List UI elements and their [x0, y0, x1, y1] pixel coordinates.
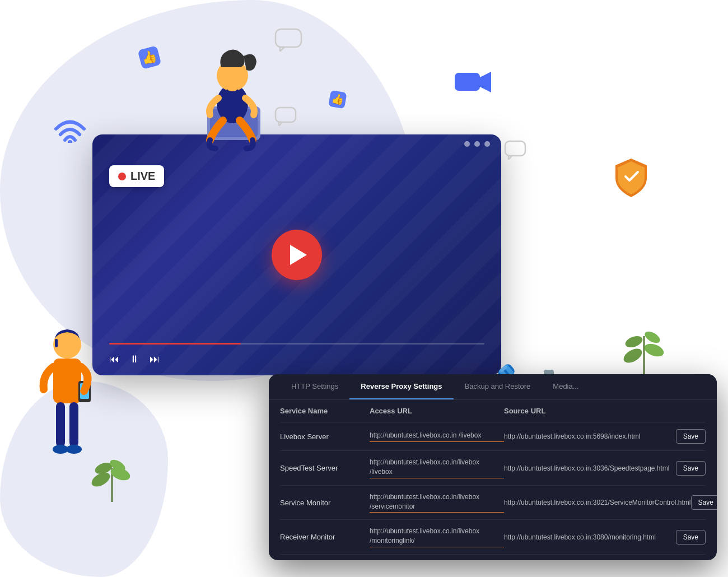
- play-button[interactable]: [272, 230, 322, 280]
- settings-tabs: HTTP Settings Reverse Proxy Settings Bac…: [269, 374, 717, 400]
- svg-marker-6: [279, 122, 282, 126]
- tab-http-settings[interactable]: HTTP Settings: [280, 374, 349, 399]
- tab-media[interactable]: Media...: [542, 374, 590, 399]
- service-name-livebox: Livebox Server: [280, 432, 370, 441]
- save-button-speedtest[interactable]: Save: [676, 461, 706, 476]
- table-row: Livebox Server http://ubuntutest.livebox…: [280, 422, 706, 451]
- plant-decoration-right: [622, 314, 666, 383]
- service-name-receiver: Receiver Monitor: [280, 533, 370, 541]
- table-row: Service Monitor http://ubuntutest.livebo…: [280, 486, 706, 520]
- svg-rect-5: [276, 108, 296, 122]
- save-button-monitor[interactable]: Save: [691, 495, 717, 510]
- svg-marker-8: [508, 156, 512, 160]
- svg-point-35: [66, 445, 82, 454]
- access-url-livebox: http://ubuntutest.livebox.co.in /livebox: [370, 431, 504, 442]
- thumbs-up-icon-2: 👍: [326, 88, 349, 113]
- access-url-receiver: http://ubuntutest.livebox.co.in/livebox …: [370, 527, 504, 547]
- source-url-receiver: http://ubuntutest.livebox.co.in:3080/mon…: [504, 533, 676, 541]
- table-row: Receiver Monitor http://ubuntutest.liveb…: [280, 520, 706, 555]
- live-badge: LIVE: [109, 165, 164, 187]
- access-url-speedtest: http://ubuntutest.livebox.co.in/livebox …: [370, 458, 504, 478]
- progress-bar-fill: [109, 343, 241, 345]
- video-camera-icon: [454, 67, 493, 100]
- svg-point-22: [643, 329, 662, 346]
- header-access-url: Access URL: [370, 407, 504, 415]
- source-url-livebox: http://ubuntutest.livebox.co.in:5698/ind…: [504, 432, 676, 440]
- service-name-monitor: Service Monitor: [280, 499, 370, 507]
- play-triangle-icon: [290, 245, 307, 265]
- chat-bubble-icon-2: [504, 140, 526, 162]
- settings-panel: HTTP Settings Reverse Proxy Settings Bac…: [269, 374, 717, 560]
- svg-rect-29: [53, 359, 81, 403]
- svg-point-0: [68, 140, 72, 143]
- service-name-speedtest: SpeedTest Server: [280, 464, 370, 472]
- save-button-receiver[interactable]: Save: [676, 530, 706, 545]
- tab-reverse-proxy-settings[interactable]: Reverse Proxy Settings: [349, 374, 453, 399]
- save-button-livebox[interactable]: Save: [676, 429, 706, 444]
- svg-marker-12: [480, 72, 491, 92]
- chat-bubble-icon-1: [274, 106, 297, 128]
- person-standing-illustration: [34, 325, 101, 471]
- svg-rect-7: [505, 141, 525, 156]
- svg-rect-9: [276, 29, 301, 47]
- settings-table-header: Service Name Access URL Source URL: [280, 400, 706, 422]
- security-shield-icon: [613, 157, 650, 201]
- svg-rect-28: [55, 339, 58, 347]
- header-source-url: Source URL: [504, 407, 706, 415]
- svg-rect-32: [56, 402, 65, 447]
- settings-body: Service Name Access URL Source URL Liveb…: [269, 400, 717, 560]
- table-row: SpeedTest Server http://ubuntutest.liveb…: [280, 451, 706, 486]
- source-url-speedtest: http://ubuntutest.livebox.co.in:3036/Spe…: [504, 464, 676, 472]
- pause-button[interactable]: ⏸: [129, 353, 139, 365]
- live-dot: [118, 173, 126, 180]
- chat-bubble-icon-3: [274, 28, 302, 54]
- progress-bar-container: [109, 343, 484, 345]
- svg-point-20: [643, 341, 666, 359]
- video-player-card: LIVE ⏮ ⏸ ⏭: [92, 134, 501, 375]
- svg-point-34: [53, 445, 68, 454]
- svg-point-19: [622, 346, 645, 365]
- access-url-monitor: http://ubuntutest.livebox.co.in/livebox …: [370, 492, 504, 513]
- header-service-name: Service Name: [280, 407, 370, 415]
- skip-forward-button[interactable]: ⏭: [150, 353, 160, 365]
- person-sitting-illustration: [174, 17, 274, 151]
- wifi-icon: [50, 112, 90, 145]
- tab-backup-restore[interactable]: Backup and Restore: [454, 374, 542, 399]
- live-text: LIVE: [130, 170, 155, 183]
- svg-point-21: [624, 334, 644, 350]
- skip-back-button[interactable]: ⏮: [109, 353, 119, 365]
- svg-marker-10: [280, 47, 284, 52]
- source-url-monitor: http://ubuntutest.livebox.co.in:3021/Ser…: [504, 499, 691, 506]
- svg-rect-33: [69, 402, 78, 447]
- svg-rect-11: [455, 73, 480, 91]
- video-controls: ⏮ ⏸ ⏭: [109, 353, 160, 365]
